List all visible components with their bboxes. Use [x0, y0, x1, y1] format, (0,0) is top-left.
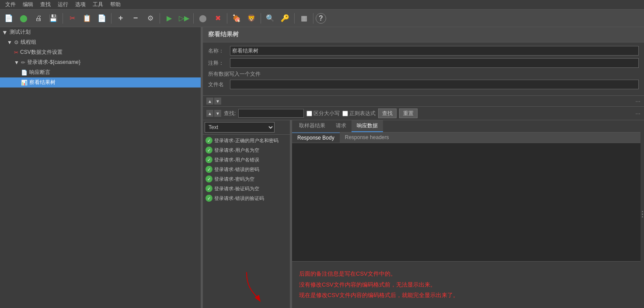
- main-layout: ▼ 测试计划 ▼ ⚙ 线程组 ✂ CSV数据文件设置 ▼ ✏ 登录请求-${ca…: [0, 27, 644, 308]
- form-area: 名称： 注释： 所有数据写入一个文件 文件名: [203, 42, 644, 96]
- menu-options[interactable]: 选项: [72, 0, 89, 9]
- panel-title: 察看结果树: [208, 31, 239, 38]
- sub-tabs-row: Response Body Response headers: [292, 133, 641, 143]
- csv-icon: ✂: [14, 49, 18, 56]
- result-item-3[interactable]: 登录请求-错误的密码: [203, 164, 290, 174]
- reset-button[interactable]: 重置: [399, 108, 418, 118]
- tree-item-response-assert[interactable]: 📄 响应断言: [0, 67, 201, 77]
- cut-button[interactable]: ✂: [65, 11, 79, 25]
- sep2: [111, 13, 111, 24]
- arrow-up-top[interactable]: ▲: [206, 98, 213, 105]
- assert-icon: 📄: [21, 70, 28, 76]
- func2-button[interactable]: 🦁: [244, 11, 258, 25]
- file-label: 文件名: [208, 81, 230, 88]
- result-label-3: 登录请求-错误的密码: [214, 166, 259, 173]
- tab-response-data[interactable]: 响应数据: [352, 120, 383, 132]
- tree-item-label-thread: 线程组: [21, 38, 36, 46]
- dots-menu-search[interactable]: ···: [635, 110, 641, 117]
- comment-row: 注释：: [208, 58, 639, 68]
- tree-item-label-login: 登录请求-${casename}: [27, 59, 80, 66]
- open-button[interactable]: ⬤: [17, 11, 31, 25]
- main-tabs-row: 取样器结果 请求 响应数据: [292, 120, 641, 133]
- annotation-text: 后面的备注信息是写在CSV文件中的。 没有修改CSV文件内容的编码格式前，无法显…: [299, 269, 634, 301]
- result-item-6[interactable]: 登录请求-错误的验证码: [203, 193, 290, 203]
- toolbar: 📄 ⬤ 🖨 💾 ✂ 📋 📄 + − ⚙ ▶ ▷▶ ⬤ ✖ 🍖 🦁 🔍 🔑 ▦ ?: [0, 10, 644, 27]
- format-dropdown[interactable]: Text: [205, 122, 275, 133]
- vert-dots-handle[interactable]: [641, 120, 644, 308]
- stop-button[interactable]: ⬤: [196, 11, 210, 25]
- tree-item-label-csv: CSV数据文件设置: [20, 49, 63, 56]
- result-item-2[interactable]: 登录请求-用户名错误: [203, 155, 290, 164]
- results-right: 取样器结果 请求 响应数据 Response Body Response hea…: [292, 120, 641, 308]
- sub-tab-response-headers[interactable]: Response headers: [340, 133, 394, 143]
- tree-item-thread-group[interactable]: ▼ ⚙ 线程组: [0, 37, 201, 47]
- menu-file[interactable]: 文件: [2, 0, 19, 9]
- name-input[interactable]: [230, 46, 639, 56]
- arrow-up-inputs[interactable]: ▲: [206, 110, 213, 117]
- arrow-down-inputs[interactable]: ▼: [214, 110, 221, 117]
- check-icon-2: [205, 156, 212, 163]
- menu-find[interactable]: 查找: [37, 0, 54, 9]
- tree-item-view-results[interactable]: 📊 察看结果树: [0, 77, 201, 88]
- add-button[interactable]: +: [114, 11, 128, 25]
- arrows-inputs: ▲ ▼: [206, 110, 221, 117]
- clear-button[interactable]: ✖: [211, 11, 225, 25]
- annotation-arrow-area: [203, 264, 290, 308]
- tree-item-login-request[interactable]: ▼ ✏ 登录请求-${casename}: [0, 57, 201, 67]
- sep3: [160, 13, 160, 24]
- func1-button[interactable]: 🍖: [230, 11, 244, 25]
- file-input[interactable]: [230, 80, 639, 89]
- menubar: 文件 编辑 查找 运行 选项 工具 帮助: [0, 0, 644, 10]
- menu-tools[interactable]: 工具: [89, 0, 107, 9]
- find-button[interactable]: 查找: [378, 108, 397, 118]
- write-label: 所有数据写入一个文件: [208, 70, 639, 78]
- help-toolbar-button[interactable]: ?: [316, 13, 326, 24]
- result-item-0[interactable]: 登录请求-正确的用户名和密码: [203, 136, 290, 145]
- comment-label: 注释：: [208, 60, 230, 67]
- dots-menu-top[interactable]: ···: [635, 98, 641, 105]
- tree-item-test-plan[interactable]: ▼ 测试计划: [0, 27, 201, 37]
- regex-checkbox[interactable]: [342, 111, 348, 116]
- sub-tab-response-body[interactable]: Response Body: [292, 133, 340, 143]
- regex-label[interactable]: 正则表达式: [342, 110, 376, 117]
- paste-button[interactable]: 📄: [95, 11, 109, 25]
- expand-icon-2: ▼: [7, 39, 12, 46]
- menu-edit[interactable]: 编辑: [19, 0, 37, 9]
- check-icon-3: [205, 166, 212, 173]
- search-input[interactable]: [238, 109, 304, 118]
- print-button[interactable]: 🖨: [31, 11, 45, 25]
- pen-icon: ✏: [21, 60, 25, 66]
- menu-help[interactable]: 帮助: [107, 0, 124, 9]
- menu-run[interactable]: 运行: [54, 0, 72, 9]
- table-button[interactable]: ▦: [297, 11, 311, 25]
- key-button[interactable]: 🔑: [278, 11, 292, 25]
- check-icon-5: [205, 185, 212, 192]
- new-button[interactable]: 📄: [2, 11, 16, 25]
- arrow-down-top[interactable]: ▼: [214, 98, 221, 105]
- case-sensitive-checkbox[interactable]: [306, 111, 312, 116]
- search-toolbar-button[interactable]: 🔍: [263, 11, 277, 25]
- result-item-5[interactable]: 登录请求-验证码为空: [203, 184, 290, 193]
- config-button[interactable]: ⚙: [143, 11, 157, 25]
- sep5: [227, 13, 227, 24]
- result-item-4[interactable]: 登录请求-密码为空: [203, 174, 290, 184]
- comment-input[interactable]: [230, 58, 639, 68]
- run-no-pause-button[interactable]: ▷▶: [177, 11, 191, 25]
- tab-request[interactable]: 请求: [331, 120, 352, 132]
- tree-item-label: 测试计划: [10, 28, 31, 36]
- case-sensitive-label[interactable]: 区分大小写: [306, 110, 340, 117]
- tree-item-label-assert: 响应断言: [29, 69, 50, 76]
- result-item-1[interactable]: 登录请求-用户名为空: [203, 145, 290, 155]
- tree-item-csv[interactable]: ✂ CSV数据文件设置: [0, 47, 201, 57]
- tab-sampler-results[interactable]: 取样器结果: [294, 120, 331, 132]
- copy-button[interactable]: 📋: [80, 11, 94, 25]
- expand-icon-3: ▼: [14, 60, 19, 66]
- result-label-5: 登录请求-验证码为空: [214, 186, 259, 192]
- result-label-2: 登录请求-用户名错误: [214, 157, 259, 163]
- result-label-6: 登录请求-错误的验证码: [214, 195, 264, 202]
- gear-icon: ⚙: [14, 39, 19, 46]
- remove-button[interactable]: −: [129, 11, 143, 25]
- run-button[interactable]: ▶: [162, 11, 176, 25]
- save-button[interactable]: 💾: [46, 11, 60, 25]
- annotation-area: 后面的备注信息是写在CSV文件中的。 没有修改CSV文件内容的编码格式前，无法显…: [292, 261, 641, 308]
